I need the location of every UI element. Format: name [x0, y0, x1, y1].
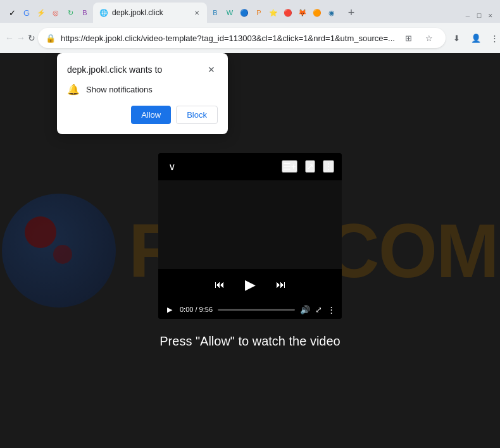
tab-bar-left: ✓ G ⚡ ◎ ↻ B 🌐 depk.jpokl.click ✕ B W 🔵 P…	[5, 3, 463, 23]
video-play-button[interactable]: ▶	[242, 274, 258, 296]
tab-favicon-12[interactable]: 🔴	[281, 4, 295, 22]
maximize-button[interactable]: ☐	[475, 11, 484, 20]
window-controls: ─ ☐ ✕	[463, 11, 495, 23]
video-thumbnail	[158, 180, 342, 269]
video-time: 0:00 / 9:56	[180, 306, 213, 313]
video-controls-center: ⏮ ▶ ⏭	[158, 269, 342, 301]
tab-favicon-10[interactable]: P	[252, 4, 266, 22]
address-bar: ← → ↻ 🔒 https://depk.jpokl.click/video-t…	[0, 23, 500, 53]
block-button[interactable]: Block	[176, 106, 218, 124]
video-volume-button[interactable]: 🔊	[300, 305, 310, 314]
tab-favicon-5[interactable]: ↻	[63, 4, 77, 22]
popup-close-button[interactable]: ✕	[205, 63, 218, 76]
minimize-button[interactable]: ─	[463, 11, 472, 20]
video-play-small-button[interactable]: ▶	[165, 303, 175, 316]
tab-bar: ✓ G ⚡ ◎ ↻ B 🌐 depk.jpokl.click ✕ B W 🔵 P…	[0, 0, 500, 23]
address-bar-icons: ⊞ ☆	[400, 29, 438, 47]
browser-window: ✓ G ⚡ ◎ ↻ B 🌐 depk.jpokl.click ✕ B W 🔵 P…	[0, 0, 500, 448]
video-player: ∨ ☰+ ↗ ⋮ ⏮ ▶ ⏭ ▶	[158, 153, 342, 319]
address-bar-input[interactable]: 🔒 https://depk.jpokl.click/video-templat…	[38, 28, 446, 48]
video-next-button[interactable]: ⏭	[273, 277, 289, 293]
video-playlist-icon[interactable]: ☰+	[282, 160, 297, 173]
tab-favicon-15[interactable]: ◉	[325, 4, 339, 22]
active-tab[interactable]: 🌐 depk.jpokl.click ✕	[93, 3, 207, 23]
notification-popup: depk.jpokl.click wants to ✕ 🔔 Show notif…	[57, 53, 228, 134]
translate-icon[interactable]: ⊞	[400, 29, 418, 47]
popup-permission-row: 🔔 Show notifications	[67, 84, 218, 96]
tab-favicon-14[interactable]: 🟠	[310, 4, 324, 22]
tab-favicon-1[interactable]: ✓	[5, 4, 19, 22]
allow-button[interactable]: Allow	[131, 106, 171, 124]
popup-title: depk.jpokl.click wants to	[67, 65, 162, 75]
forward-button[interactable]: →	[16, 28, 25, 48]
video-share-icon[interactable]: ↗	[305, 160, 315, 173]
video-caption: Press "Allow" to watch the video	[159, 334, 340, 349]
video-collapse-button[interactable]: ∨	[166, 158, 178, 175]
new-tab-button[interactable]: +	[342, 4, 360, 22]
video-progress-bar[interactable]	[218, 309, 295, 311]
video-top-bar: ∨ ☰+ ↗ ⋮	[158, 153, 342, 180]
video-settings-button[interactable]: ⋮	[327, 305, 335, 314]
video-top-icons: ☰+ ↗ ⋮	[282, 160, 334, 173]
favicon-tabs: ✓ G ⚡ ◎ ↻ B	[5, 4, 92, 22]
toolbar-right: ⬇ 👤 ⋮	[448, 29, 500, 47]
tab-favicon-11[interactable]: ⭐	[266, 4, 280, 22]
popup-header: depk.jpokl.click wants to ✕	[67, 63, 218, 76]
video-fullscreen-button[interactable]: ⤢	[315, 305, 322, 314]
tab-favicon-13[interactable]: 🦊	[296, 4, 309, 22]
video-time-current: 0:00	[180, 306, 193, 313]
tab-favicon-4[interactable]: ◎	[49, 4, 63, 22]
page-content: risk.com depk.jpokl.click wants to ✕ 🔔 S…	[0, 53, 500, 448]
lock-icon: 🔒	[46, 34, 56, 43]
tab-favicon-7[interactable]: B	[208, 4, 222, 22]
video-more-icon[interactable]: ⋮	[323, 160, 334, 173]
refresh-button[interactable]: ↻	[28, 28, 35, 48]
tab-title: depk.jpokl.click	[112, 8, 188, 17]
video-player-container: ∨ ☰+ ↗ ⋮ ⏮ ▶ ⏭ ▶	[158, 153, 342, 349]
tab-favicon-3[interactable]: ⚡	[34, 4, 48, 22]
profile-icon[interactable]: 👤	[467, 29, 485, 47]
tab-close-button[interactable]: ✕	[192, 8, 202, 18]
bookmark-icon[interactable]: ☆	[420, 29, 438, 47]
bell-icon: 🔔	[67, 84, 80, 96]
video-bottom-bar: ▶ 0:00 / 9:56 🔊 ⤢ ⋮	[158, 301, 342, 319]
tab-favicon-9[interactable]: 🔵	[237, 4, 251, 22]
permission-text: Show notifications	[86, 85, 153, 94]
download-icon[interactable]: ⬇	[448, 29, 466, 47]
tab-favicon-2[interactable]: G	[20, 4, 34, 22]
tab-favicon-8[interactable]: W	[223, 4, 237, 22]
tab-favicon-6[interactable]: B	[78, 4, 92, 22]
menu-icon[interactable]: ⋮	[486, 29, 500, 47]
back-button[interactable]: ←	[5, 28, 14, 48]
video-prev-button[interactable]: ⏮	[212, 277, 227, 293]
watermark-circle	[2, 194, 116, 308]
close-button[interactable]: ✕	[486, 11, 495, 20]
favicon-tabs-right: B W 🔵 P ⭐ 🔴 🦊 🟠 ◉	[208, 4, 339, 22]
url-text: https://depk.jpokl.click/video-template?…	[61, 34, 395, 43]
video-time-total: 9:56	[199, 306, 213, 313]
popup-buttons: Allow Block	[67, 106, 218, 124]
